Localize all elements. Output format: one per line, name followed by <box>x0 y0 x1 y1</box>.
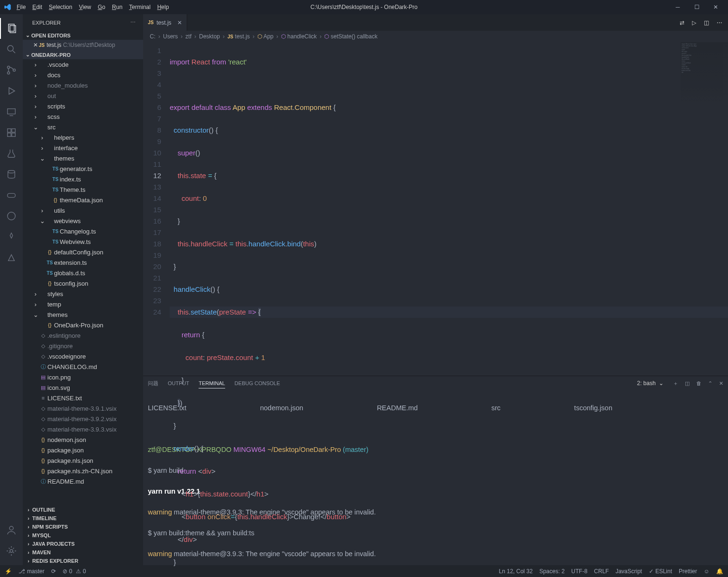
tree-item[interactable]: {}defaultConfig.json <box>23 247 143 257</box>
tree-item[interactable]: ⌄webviews <box>23 216 143 226</box>
tree-item[interactable]: ▤icon.png <box>23 372 143 382</box>
game-icon[interactable] <box>0 185 23 206</box>
menu-go[interactable]: Go <box>94 2 109 12</box>
breadcrumb[interactable]: C:›Users›ztf›Desktop›JS test.js›⬡ App›⬡ … <box>143 31 728 42</box>
tree-item[interactable]: ›styles <box>23 288 143 299</box>
panel-tab-problems[interactable]: 问题 <box>148 378 158 389</box>
open-editor-item[interactable]: ✕ JS test.js C:\Users\ztf\Desktop <box>23 40 143 50</box>
tree-item[interactable]: {}tsconfig.json <box>23 278 143 288</box>
menu-selection[interactable]: Selection <box>46 2 75 12</box>
git-sync[interactable]: ⟳ <box>51 568 56 575</box>
azure-icon[interactable] <box>0 247 23 268</box>
section-npm-scripts[interactable]: ›NPM SCRIPTS <box>23 523 143 531</box>
tree-item[interactable]: ◇material-theme-3.9.2.vsix <box>23 414 143 424</box>
close-button[interactable]: ✕ <box>706 0 725 14</box>
tree-item[interactable]: ◇material-theme-3.9.3.vsix <box>23 424 143 434</box>
menu-run[interactable]: Run <box>109 2 126 12</box>
tree-item[interactable]: ›out <box>23 90 143 101</box>
tree-item[interactable]: ›scss <box>23 111 143 122</box>
breadcrumb-item[interactable]: JS test.js <box>228 33 250 40</box>
explorer-icon[interactable] <box>0 18 23 39</box>
tree-item[interactable]: ›utils <box>23 205 143 216</box>
editor-tab[interactable]: JS test.js ✕ <box>143 14 187 31</box>
tree-item[interactable]: {}package.nls.json <box>23 455 143 466</box>
breadcrumb-item[interactable]: Users <box>163 33 178 40</box>
tree-item[interactable]: {}OneDark-Pro.json <box>23 320 143 330</box>
tree-item[interactable]: TSChangelog.ts <box>23 226 143 236</box>
extensions-icon[interactable] <box>0 122 23 143</box>
database-icon[interactable] <box>0 164 23 185</box>
tree-item[interactable]: TSTheme.ts <box>23 184 143 195</box>
menu-edit[interactable]: Edit <box>29 2 46 12</box>
section-redis-explorer[interactable]: ›REDIS EXPLORER <box>23 557 143 565</box>
sidebar-more-icon[interactable]: ⋯ <box>130 19 136 26</box>
tree-item[interactable]: ›interface <box>23 143 143 153</box>
tree-item[interactable]: {}package.nls.zh-CN.json <box>23 466 143 476</box>
maximize-button[interactable]: ☐ <box>687 0 706 14</box>
accounts-icon[interactable] <box>0 520 23 541</box>
breadcrumb-item[interactable]: C: <box>150 33 155 40</box>
breadcrumb-item[interactable]: Desktop <box>199 33 220 40</box>
tree-item[interactable]: ⌄themes <box>23 153 143 163</box>
tree-item[interactable]: TSglobals.d.ts <box>23 268 143 278</box>
menu-view[interactable]: View <box>75 2 94 12</box>
tree-item[interactable]: ◇material-theme-3.9.1.vsix <box>23 403 143 414</box>
tree-item[interactable]: {}themeData.json <box>23 195 143 205</box>
tree-item[interactable]: ›docs <box>23 70 143 80</box>
code-editor[interactable]: import React from 'react' export default… <box>170 42 728 376</box>
tree-item[interactable]: ›.vscode <box>23 59 143 70</box>
tree-item[interactable]: TSextension.ts <box>23 257 143 268</box>
folder-section[interactable]: ⌄ONEDARK-PRO <box>23 50 143 59</box>
open-editors-section[interactable]: ⌄OPEN EDITORS <box>23 31 143 40</box>
section-outline[interactable]: ›OUTLINE <box>23 505 143 514</box>
tree-item[interactable]: ›node_modules <box>23 80 143 90</box>
tree-item[interactable]: ⌄themes <box>23 309 143 320</box>
settings-gear-icon[interactable] <box>0 541 23 561</box>
section-mysql[interactable]: ›MYSQL <box>23 531 143 540</box>
tree-item[interactable]: ◇.vscodeignore <box>23 351 143 361</box>
tree-item[interactable]: TSgenerator.ts <box>23 163 143 174</box>
breadcrumb-item[interactable]: ⬡ setState() callback <box>324 33 377 40</box>
tree-item[interactable]: ›scripts <box>23 101 143 111</box>
tree-item[interactable]: ▤icon.svg <box>23 382 143 393</box>
scm-icon[interactable] <box>0 60 23 81</box>
more-icon[interactable]: ⋯ <box>717 19 722 26</box>
tree-item[interactable]: {}nodemon.json <box>23 434 143 445</box>
minimize-button[interactable]: ─ <box>668 0 687 14</box>
section-maven[interactable]: ›MAVEN <box>23 548 143 557</box>
sidebar-title: EXPLORER <box>32 20 61 26</box>
tab-close-icon[interactable]: ✕ <box>177 19 182 26</box>
git-branch[interactable]: ⎇ master <box>18 568 45 575</box>
tree-item[interactable]: ≡LICENSE.txt <box>23 393 143 403</box>
breadcrumb-item[interactable]: ztf <box>185 33 191 40</box>
tree-item[interactable]: ⌄src <box>23 122 143 132</box>
tree-item[interactable]: TSWebview.ts <box>23 236 143 247</box>
menu-terminal[interactable]: Terminal <box>126 2 154 12</box>
breadcrumb-item[interactable]: ⬡ App <box>257 33 273 40</box>
tree-item[interactable]: {}package.json <box>23 445 143 455</box>
section-java-projects[interactable]: ›JAVA PROJECTS <box>23 540 143 548</box>
problems-status[interactable]: ⊘ 0 ⚠ 0 <box>63 568 86 575</box>
tree-item[interactable]: ›helpers <box>23 132 143 143</box>
tree-item[interactable]: ⓘCHANGELOG.md <box>23 361 143 372</box>
split-icon[interactable]: ◫ <box>704 19 709 26</box>
debug-icon[interactable] <box>0 81 23 101</box>
remote-button[interactable]: ⚡ <box>5 568 12 575</box>
menu-file[interactable]: File <box>13 2 29 12</box>
edge-icon[interactable] <box>0 206 23 226</box>
compare-icon[interactable]: ⇄ <box>680 19 684 26</box>
remote-icon[interactable] <box>0 101 23 122</box>
tree-item[interactable]: ◇.eslintignore <box>23 330 143 341</box>
section-timeline[interactable]: ›TIMELINE <box>23 514 143 523</box>
minimap[interactable]: import React from reactexport default cl… <box>681 42 728 104</box>
tree-item[interactable]: ⓘREADME.md <box>23 476 143 487</box>
search-icon[interactable] <box>0 39 23 60</box>
breadcrumb-item[interactable]: ⬡ handleClick <box>281 33 317 40</box>
run-icon[interactable]: ▷ <box>692 19 696 26</box>
tree-item[interactable]: ›temp <box>23 299 143 309</box>
tree-item[interactable]: TSindex.ts <box>23 174 143 184</box>
test-icon[interactable] <box>0 143 23 164</box>
gitlens-icon[interactable] <box>0 226 23 247</box>
menu-help[interactable]: Help <box>154 2 173 12</box>
tree-item[interactable]: ◇.gitignore <box>23 341 143 351</box>
